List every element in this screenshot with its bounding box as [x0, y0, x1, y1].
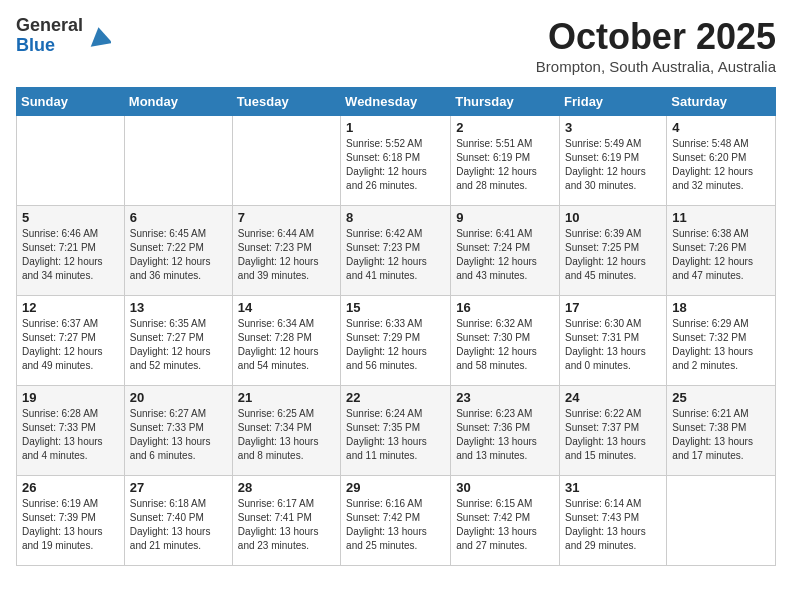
calendar-cell: 29Sunrise: 6:16 AM Sunset: 7:42 PM Dayli…	[341, 476, 451, 566]
calendar-cell: 18Sunrise: 6:29 AM Sunset: 7:32 PM Dayli…	[667, 296, 776, 386]
day-info: Sunrise: 6:18 AM Sunset: 7:40 PM Dayligh…	[130, 497, 227, 553]
logo-blue-text: Blue	[16, 35, 55, 55]
calendar-cell: 30Sunrise: 6:15 AM Sunset: 7:42 PM Dayli…	[451, 476, 560, 566]
weekday-header-thursday: Thursday	[451, 88, 560, 116]
month-title: October 2025	[536, 16, 776, 58]
day-number: 21	[238, 390, 335, 405]
day-number: 9	[456, 210, 554, 225]
calendar-cell	[124, 116, 232, 206]
day-info: Sunrise: 6:25 AM Sunset: 7:34 PM Dayligh…	[238, 407, 335, 463]
day-info: Sunrise: 6:44 AM Sunset: 7:23 PM Dayligh…	[238, 227, 335, 283]
calendar-cell: 25Sunrise: 6:21 AM Sunset: 7:38 PM Dayli…	[667, 386, 776, 476]
calendar-cell: 17Sunrise: 6:30 AM Sunset: 7:31 PM Dayli…	[560, 296, 667, 386]
day-info: Sunrise: 6:34 AM Sunset: 7:28 PM Dayligh…	[238, 317, 335, 373]
calendar-cell: 4Sunrise: 5:48 AM Sunset: 6:20 PM Daylig…	[667, 116, 776, 206]
day-info: Sunrise: 6:42 AM Sunset: 7:23 PM Dayligh…	[346, 227, 445, 283]
calendar-cell: 14Sunrise: 6:34 AM Sunset: 7:28 PM Dayli…	[232, 296, 340, 386]
day-number: 19	[22, 390, 119, 405]
calendar-week-1: 1Sunrise: 5:52 AM Sunset: 6:18 PM Daylig…	[17, 116, 776, 206]
calendar-week-3: 12Sunrise: 6:37 AM Sunset: 7:27 PM Dayli…	[17, 296, 776, 386]
day-number: 17	[565, 300, 661, 315]
day-info: Sunrise: 6:39 AM Sunset: 7:25 PM Dayligh…	[565, 227, 661, 283]
day-number: 31	[565, 480, 661, 495]
day-info: Sunrise: 6:45 AM Sunset: 7:22 PM Dayligh…	[130, 227, 227, 283]
calendar-cell: 8Sunrise: 6:42 AM Sunset: 7:23 PM Daylig…	[341, 206, 451, 296]
day-info: Sunrise: 6:19 AM Sunset: 7:39 PM Dayligh…	[22, 497, 119, 553]
calendar-week-5: 26Sunrise: 6:19 AM Sunset: 7:39 PM Dayli…	[17, 476, 776, 566]
calendar-cell	[232, 116, 340, 206]
day-number: 26	[22, 480, 119, 495]
day-number: 12	[22, 300, 119, 315]
day-number: 11	[672, 210, 770, 225]
day-number: 30	[456, 480, 554, 495]
calendar-header-row: SundayMondayTuesdayWednesdayThursdayFrid…	[17, 88, 776, 116]
calendar-cell: 22Sunrise: 6:24 AM Sunset: 7:35 PM Dayli…	[341, 386, 451, 476]
svg-marker-0	[89, 25, 111, 47]
logo-general-text: General	[16, 15, 83, 35]
calendar-cell: 31Sunrise: 6:14 AM Sunset: 7:43 PM Dayli…	[560, 476, 667, 566]
day-number: 6	[130, 210, 227, 225]
day-number: 16	[456, 300, 554, 315]
day-number: 7	[238, 210, 335, 225]
calendar-week-4: 19Sunrise: 6:28 AM Sunset: 7:33 PM Dayli…	[17, 386, 776, 476]
day-info: Sunrise: 6:17 AM Sunset: 7:41 PM Dayligh…	[238, 497, 335, 553]
calendar-cell: 16Sunrise: 6:32 AM Sunset: 7:30 PM Dayli…	[451, 296, 560, 386]
calendar-cell	[17, 116, 125, 206]
day-number: 28	[238, 480, 335, 495]
calendar-cell: 24Sunrise: 6:22 AM Sunset: 7:37 PM Dayli…	[560, 386, 667, 476]
calendar-cell: 20Sunrise: 6:27 AM Sunset: 7:33 PM Dayli…	[124, 386, 232, 476]
weekday-header-tuesday: Tuesday	[232, 88, 340, 116]
calendar-cell: 28Sunrise: 6:17 AM Sunset: 7:41 PM Dayli…	[232, 476, 340, 566]
day-number: 1	[346, 120, 445, 135]
logo-triangle-icon	[89, 25, 111, 47]
day-number: 5	[22, 210, 119, 225]
calendar-cell: 10Sunrise: 6:39 AM Sunset: 7:25 PM Dayli…	[560, 206, 667, 296]
day-info: Sunrise: 6:23 AM Sunset: 7:36 PM Dayligh…	[456, 407, 554, 463]
day-number: 13	[130, 300, 227, 315]
page-header: General Blue October 2025 Brompton, Sout…	[16, 16, 776, 75]
day-info: Sunrise: 6:32 AM Sunset: 7:30 PM Dayligh…	[456, 317, 554, 373]
calendar-cell: 9Sunrise: 6:41 AM Sunset: 7:24 PM Daylig…	[451, 206, 560, 296]
title-section: October 2025 Brompton, South Australia, …	[536, 16, 776, 75]
calendar-cell: 1Sunrise: 5:52 AM Sunset: 6:18 PM Daylig…	[341, 116, 451, 206]
day-info: Sunrise: 6:15 AM Sunset: 7:42 PM Dayligh…	[456, 497, 554, 553]
day-number: 20	[130, 390, 227, 405]
day-number: 10	[565, 210, 661, 225]
day-number: 25	[672, 390, 770, 405]
day-info: Sunrise: 5:49 AM Sunset: 6:19 PM Dayligh…	[565, 137, 661, 193]
weekday-header-wednesday: Wednesday	[341, 88, 451, 116]
calendar-cell: 13Sunrise: 6:35 AM Sunset: 7:27 PM Dayli…	[124, 296, 232, 386]
day-info: Sunrise: 6:37 AM Sunset: 7:27 PM Dayligh…	[22, 317, 119, 373]
logo: General Blue	[16, 16, 111, 56]
day-number: 4	[672, 120, 770, 135]
day-number: 27	[130, 480, 227, 495]
calendar-cell	[667, 476, 776, 566]
calendar-cell: 21Sunrise: 6:25 AM Sunset: 7:34 PM Dayli…	[232, 386, 340, 476]
day-number: 2	[456, 120, 554, 135]
day-info: Sunrise: 6:21 AM Sunset: 7:38 PM Dayligh…	[672, 407, 770, 463]
calendar-cell: 26Sunrise: 6:19 AM Sunset: 7:39 PM Dayli…	[17, 476, 125, 566]
day-info: Sunrise: 6:35 AM Sunset: 7:27 PM Dayligh…	[130, 317, 227, 373]
day-number: 3	[565, 120, 661, 135]
weekday-header-sunday: Sunday	[17, 88, 125, 116]
calendar-cell: 6Sunrise: 6:45 AM Sunset: 7:22 PM Daylig…	[124, 206, 232, 296]
day-info: Sunrise: 5:48 AM Sunset: 6:20 PM Dayligh…	[672, 137, 770, 193]
calendar-cell: 27Sunrise: 6:18 AM Sunset: 7:40 PM Dayli…	[124, 476, 232, 566]
day-info: Sunrise: 6:46 AM Sunset: 7:21 PM Dayligh…	[22, 227, 119, 283]
day-number: 22	[346, 390, 445, 405]
calendar-cell: 7Sunrise: 6:44 AM Sunset: 7:23 PM Daylig…	[232, 206, 340, 296]
day-number: 29	[346, 480, 445, 495]
calendar-cell: 12Sunrise: 6:37 AM Sunset: 7:27 PM Dayli…	[17, 296, 125, 386]
day-info: Sunrise: 6:29 AM Sunset: 7:32 PM Dayligh…	[672, 317, 770, 373]
calendar-cell: 15Sunrise: 6:33 AM Sunset: 7:29 PM Dayli…	[341, 296, 451, 386]
location-subtitle: Brompton, South Australia, Australia	[536, 58, 776, 75]
day-number: 24	[565, 390, 661, 405]
day-number: 15	[346, 300, 445, 315]
calendar-cell: 11Sunrise: 6:38 AM Sunset: 7:26 PM Dayli…	[667, 206, 776, 296]
day-info: Sunrise: 6:33 AM Sunset: 7:29 PM Dayligh…	[346, 317, 445, 373]
calendar-cell: 5Sunrise: 6:46 AM Sunset: 7:21 PM Daylig…	[17, 206, 125, 296]
day-number: 23	[456, 390, 554, 405]
calendar-cell: 19Sunrise: 6:28 AM Sunset: 7:33 PM Dayli…	[17, 386, 125, 476]
calendar-week-2: 5Sunrise: 6:46 AM Sunset: 7:21 PM Daylig…	[17, 206, 776, 296]
day-info: Sunrise: 6:16 AM Sunset: 7:42 PM Dayligh…	[346, 497, 445, 553]
